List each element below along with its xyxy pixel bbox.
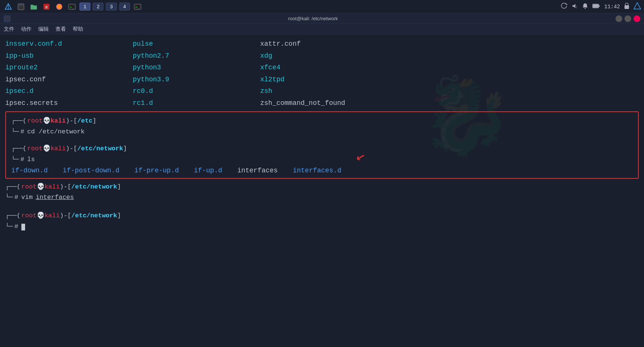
list-item: iproute2: [5, 62, 133, 74]
cmd3-vim: vim: [21, 192, 33, 203]
svg-rect-3: [18, 4, 24, 6]
titlebar: root@kali: /etc/network: [0, 13, 644, 24]
maximize-button[interactable]: [625, 15, 631, 22]
clock: 11:42: [604, 4, 620, 10]
prompt-hash-1: #: [20, 127, 24, 138]
prompt-block-2: ┌──(root💀kali)-[/etc/network] └─# ls: [11, 144, 633, 165]
svg-rect-16: [599, 5, 600, 7]
lock-icon: [624, 3, 630, 11]
prompt-kali-1: kali: [51, 116, 66, 127]
list-item: pulse: [133, 38, 260, 50]
tab-3[interactable]: 3: [106, 3, 117, 10]
menubar: 文件 动作 编辑 查看 帮助: [0, 24, 644, 34]
terminal-title-icon: [4, 15, 10, 22]
ls-item-1: if-post-down.d: [63, 167, 119, 174]
kali-logo-icon[interactable]: [3, 1, 13, 12]
tab-terminal-icon[interactable]: >_: [132, 1, 143, 12]
prompt-block-4: ┌──(root💀kali)-[/etc/network] └─#: [5, 211, 639, 232]
ls-output: if-down.d if-post-down.d if-pre-up.d if-…: [11, 167, 633, 174]
red-app-icon[interactable]: R: [41, 1, 52, 12]
prompt-block-1: ┌──(root💀kali)-[/etc] └─# cd /etc/networ…: [11, 116, 633, 138]
list-item: python2.7: [133, 50, 260, 62]
list-item: rc1.d: [133, 97, 260, 109]
menu-edit[interactable]: 编辑: [38, 26, 49, 33]
ls-item-5: interfaces.d: [293, 167, 341, 174]
ls-item-2: if-pre-up.d: [134, 167, 179, 174]
cmd2-text: ls: [27, 154, 35, 165]
prompt-path-4: /etc/network: [71, 211, 117, 221]
svg-point-7: [58, 5, 61, 8]
list-item: xl2tpd: [260, 74, 639, 86]
svg-text:>_: >_: [70, 5, 74, 9]
tab-2[interactable]: 2: [93, 3, 103, 10]
list-item: ipsec.secrets: [5, 97, 133, 109]
list-item: xdg: [260, 50, 639, 62]
minimize-button[interactable]: [616, 15, 622, 22]
list-item: zsh: [260, 85, 639, 97]
prompt-path-3: /etc/network: [71, 182, 117, 193]
terminal-content[interactable]: 🐉 insserv.conf.d ipp-usb iproute2 ipsec.…: [0, 34, 644, 347]
list-item: python3.9: [133, 74, 260, 86]
svg-rect-15: [593, 4, 598, 7]
svg-text:)))): )))): [576, 5, 578, 8]
highlight-box: ↙ ┌──(root💀kali)-[/etc] └─# cd /etc/netw…: [5, 111, 639, 179]
cmd3-arg: interfaces: [36, 192, 74, 203]
cmd1-text: cd /etc/network: [27, 127, 85, 138]
menu-view[interactable]: 查看: [55, 26, 66, 33]
list-item: zsh_command_not_found: [260, 97, 639, 109]
window-icon[interactable]: [16, 1, 26, 12]
cursor: [21, 224, 25, 230]
battery-icon: [592, 3, 601, 11]
window-title: root@kali: /etc/network: [288, 16, 338, 21]
svg-marker-18: [634, 3, 641, 9]
list-item: ipsec.d: [5, 85, 133, 97]
list-item: python3: [133, 62, 260, 74]
kali-corner-icon: [634, 2, 641, 11]
prompt-block-3: ┌──(root💀kali)-[/etc/network] └─# vim in…: [5, 182, 639, 203]
svg-rect-17: [625, 5, 629, 9]
taskbar: R >_ 1 2 3 4 >_ )))): [0, 0, 644, 13]
svg-text:R: R: [45, 5, 48, 10]
folder-icon[interactable]: [28, 1, 39, 12]
close-button[interactable]: [634, 15, 640, 22]
list-item: rc0.d: [133, 85, 260, 97]
list-item: xfce4: [260, 62, 639, 74]
list-item: xattr.conf: [260, 38, 639, 50]
sync-icon: [561, 3, 568, 11]
ls-item-3: if-up.d: [194, 167, 222, 174]
menu-file[interactable]: 文件: [4, 26, 14, 33]
taskbar-right: )))) 11:42: [561, 2, 641, 11]
prompt-root-1: root: [27, 116, 43, 127]
svg-text:>_: >_: [135, 5, 139, 9]
volume-icon: )))): [571, 3, 578, 11]
window-controls: [616, 15, 640, 22]
terminal-icon[interactable]: >_: [67, 1, 77, 12]
prompt-path-1: /etc: [77, 116, 93, 127]
ls-item-0: if-down.d: [11, 167, 48, 174]
menu-action[interactable]: 动作: [21, 26, 31, 33]
list-item: ipp-usb: [5, 50, 133, 62]
list-item: insserv.conf.d: [5, 38, 133, 50]
svg-marker-12: [572, 4, 575, 8]
menu-help[interactable]: 帮助: [73, 26, 83, 33]
list-item: ipsec.conf: [5, 74, 133, 86]
prompt-path-2: /etc/network: [77, 144, 123, 154]
file-listing: insserv.conf.d ipp-usb iproute2 ipsec.co…: [5, 38, 639, 109]
tab-4[interactable]: 4: [119, 3, 130, 10]
svg-rect-19: [5, 16, 9, 21]
tab-1[interactable]: 1: [79, 3, 90, 10]
firefox-icon[interactable]: [54, 1, 64, 12]
bell-icon: [582, 3, 589, 11]
ls-item-4: interfaces: [237, 167, 278, 174]
